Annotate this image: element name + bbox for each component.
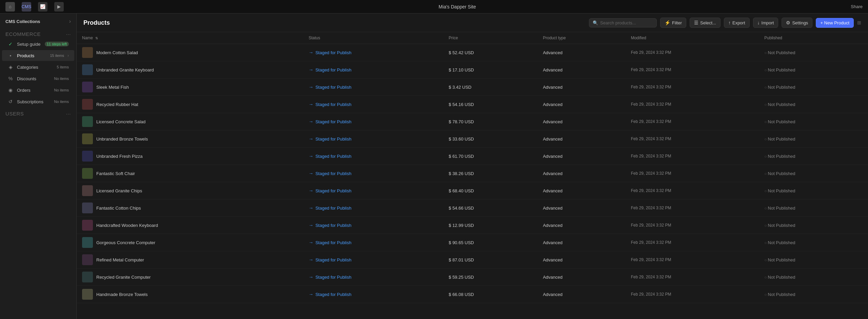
col-status[interactable]: Status [303,32,443,44]
product-name: Sleek Metal Fish [96,85,129,90]
search-input[interactable] [600,20,653,25]
product-name: Modern Cotton Salad [96,50,138,55]
filter-button[interactable]: ⚡ Filter [660,18,686,28]
filter-icon: ⚡ [665,20,670,25]
not-published-icon: ○ [764,154,767,159]
select-button[interactable]: ☰ Select... [690,18,721,28]
status-label: Staged for Publish [315,85,351,90]
orders-label: Orders [17,88,51,93]
table-row[interactable]: Recycled Granite Computer → Staged for P… [77,269,868,286]
price-cell: $ 68.40 USD [443,182,537,199]
not-published-icon: ○ [764,68,767,72]
settings-button[interactable]: ⚙ Settings [782,18,812,28]
search-box[interactable]: 🔍 [589,18,657,27]
type-cell: Advanced [537,182,625,199]
modified-cell: Feb 29, 2024 3:32 PM [626,199,759,217]
published-cell: ○Not Published [759,165,868,182]
sidebar-item-categories[interactable]: ◈ Categories 5 items [2,62,74,72]
site-title: Mia's Dapper Site [71,4,844,9]
product-thumbnail [82,64,93,75]
product-cell: Fantastic Soft Chair [82,168,298,179]
status-arrow-icon: → [309,84,313,90]
status-label: Staged for Publish [315,223,351,228]
table-row[interactable]: Gorgeous Concrete Computer → Staged for … [77,234,868,251]
share-button[interactable]: Share [851,4,863,9]
sidebar-item-setup-guide[interactable]: ✓ Setup guide 11 steps left [2,39,74,49]
discounts-badge: No items [54,77,69,81]
sidebar: CMS Collections › Ecommerce ··· ✓ Setup … [0,14,77,319]
not-published-icon: ○ [764,206,767,211]
table-row[interactable]: Unbranded Fresh Pizza → Staged for Publi… [77,148,868,165]
table-row[interactable]: Licensed Concrete Salad → Staged for Pub… [77,113,868,130]
products-badge: 15 items [50,54,64,58]
col-product-type[interactable]: Product type [537,32,625,44]
import-button[interactable]: ↓ Import [753,18,778,28]
table-row[interactable]: Fantastic Soft Chair → Staged for Publis… [77,165,868,182]
table-row[interactable]: Unbranded Granite Keyboard → Staged for … [77,61,868,79]
export-button[interactable]: ↑ Export [724,18,750,28]
status-arrow-icon: → [309,222,313,228]
status-label: Staged for Publish [315,171,351,176]
col-name[interactable]: Name ⇅ [77,32,303,44]
published-cell: ○Not Published [759,61,868,79]
status-label: Staged for Publish [315,50,351,55]
sidebar-item-products[interactable]: ▪ Products 15 items › [2,50,74,61]
status-label: Staged for Publish [315,188,351,193]
table-row[interactable]: Fantastic Cotton Chips → Staged for Publ… [77,199,868,217]
col-published[interactable]: Published [759,32,868,44]
product-cell: Sleek Metal Fish [82,82,298,92]
not-published-icon: ○ [764,85,767,90]
table-row[interactable]: Recycled Rubber Hat → Staged for Publish… [77,96,868,113]
page-title: Products [83,19,586,26]
categories-badge: 5 items [57,65,69,69]
table-row[interactable]: Sleek Metal Fish → Staged for Publish $ … [77,79,868,96]
modified-cell: Feb 29, 2024 3:32 PM [626,269,759,286]
table-row[interactable]: Unbranded Bronze Towels → Staged for Pub… [77,130,868,148]
products-table-container: Name ⇅ Status Price Product type [77,32,868,319]
published-cell: ○Not Published [759,217,868,234]
subscriptions-label: Subscriptions [17,99,51,104]
preview-icon[interactable]: ▶ [54,2,64,12]
modified-cell: Feb 29, 2024 3:32 PM [626,96,759,113]
cms-icon[interactable]: CMS [22,2,31,12]
table-options-icon[interactable]: ⊞ [857,20,861,25]
price-cell: $ 59.25 USD [443,269,537,286]
col-price[interactable]: Price [443,32,537,44]
ecommerce-section-label: Ecommerce ··· [0,28,76,38]
product-thumbnail [82,47,93,58]
home-icon[interactable]: ⌂ [5,2,15,12]
status-arrow-icon: → [309,292,313,297]
modified-cell: Feb 29, 2024 3:32 PM [626,251,759,269]
modified-cell: Feb 29, 2024 3:32 PM [626,113,759,130]
col-modified[interactable]: Modified [626,32,759,44]
type-cell: Advanced [537,165,625,182]
product-cell: Modern Cotton Salad [82,47,298,58]
refresh-icon: ↺ [7,99,14,105]
not-published-icon: ○ [764,50,767,55]
ecommerce-options-icon[interactable]: ··· [66,31,71,37]
product-name: Recycled Rubber Hat [96,102,138,107]
sidebar-item-orders[interactable]: ◉ Orders No items [2,85,74,95]
status-label: Staged for Publish [315,136,351,142]
analytics-icon[interactable]: 📈 [38,2,47,12]
new-product-button[interactable]: + New Product [816,18,854,28]
users-options-icon[interactable]: ··· [66,111,71,116]
table-row[interactable]: Handmade Bronze Towels → Staged for Publ… [77,286,868,303]
status-cell: → Staged for Publish [309,136,438,142]
not-published-icon: ○ [764,275,767,280]
sidebar-item-discounts[interactable]: % Discounts No items [2,73,74,84]
published-cell: ○Not Published [759,199,868,217]
table-row[interactable]: Refined Metal Computer → Staged for Publ… [77,251,868,269]
table-row[interactable]: Modern Cotton Salad → Staged for Publish… [77,44,868,61]
setup-badge: 11 steps left [45,42,69,46]
sidebar-item-subscriptions[interactable]: ↺ Subscriptions No items [2,96,74,107]
table-row[interactable]: Licensed Granite Chips → Staged for Publ… [77,182,868,199]
product-thumbnail [82,151,93,162]
sidebar-expand-icon[interactable]: › [69,18,71,24]
price-cell: $ 54.66 USD [443,199,537,217]
product-cell: Recycled Rubber Hat [82,99,298,110]
product-cell: Unbranded Fresh Pizza [82,151,298,162]
table-row[interactable]: Handcrafted Wooden Keyboard → Staged for… [77,217,868,234]
type-cell: Advanced [537,199,625,217]
discounts-label: Discounts [17,76,51,81]
